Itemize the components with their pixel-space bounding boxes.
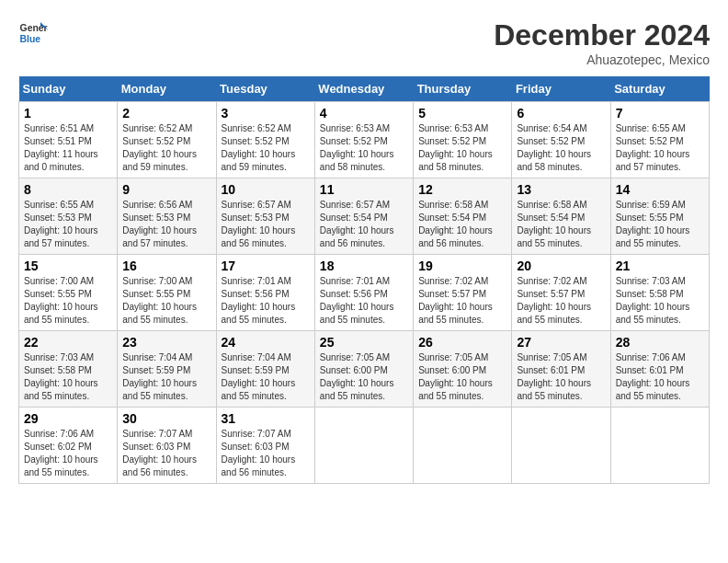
day-info: Sunrise: 6:58 AMSunset: 5:54 PMDaylight:… [517,200,591,248]
day-number: 10 [222,182,310,197]
day-info: Sunrise: 6:58 AMSunset: 5:54 PMDaylight:… [418,200,493,248]
col-saturday: Saturday [610,76,709,102]
day-number: 27 [517,335,605,350]
calendar-week-4: 22 Sunrise: 7:03 AMSunset: 5:58 PMDaylig… [19,331,710,408]
calendar-cell: 14 Sunrise: 6:59 AMSunset: 5:55 PMDaylig… [610,178,709,255]
day-info: Sunrise: 6:54 AMSunset: 5:52 PMDaylight:… [517,123,591,172]
calendar-cell: 3 Sunrise: 6:52 AMSunset: 5:52 PMDayligh… [216,102,314,178]
day-number: 19 [418,259,506,273]
col-monday: Monday [118,76,216,102]
day-info: Sunrise: 7:01 AMSunset: 5:56 PMDaylight:… [320,276,394,325]
calendar-cell: 23 Sunrise: 7:04 AMSunset: 5:59 PMDaylig… [118,331,216,408]
title-block: December 2024 Ahuazotepec, Mexico [494,18,710,67]
day-number: 21 [616,259,704,273]
day-info: Sunrise: 6:57 AMSunset: 5:54 PMDaylight:… [320,200,394,248]
day-info: Sunrise: 7:05 AMSunset: 6:00 PMDaylight:… [418,352,493,401]
day-info: Sunrise: 7:01 AMSunset: 5:56 PMDaylight:… [222,276,296,325]
calendar-cell: 31 Sunrise: 7:07 AMSunset: 6:03 PMDaylig… [216,408,314,484]
header-row: Sunday Monday Tuesday Wednesday Thursday… [19,76,710,102]
day-number: 28 [616,335,704,350]
location: Ahuazotepec, Mexico [494,52,710,67]
day-number: 30 [122,411,210,426]
col-friday: Friday [512,76,610,102]
calendar-cell: 11 Sunrise: 6:57 AMSunset: 5:54 PMDaylig… [314,178,413,255]
calendar-cell: 12 Sunrise: 6:58 AMSunset: 5:54 PMDaylig… [414,178,512,255]
calendar-cell: 27 Sunrise: 7:05 AMSunset: 6:01 PMDaylig… [512,331,610,408]
day-info: Sunrise: 6:52 AMSunset: 5:52 PMDaylight:… [222,123,296,172]
calendar-week-1: 1 Sunrise: 6:51 AMSunset: 5:51 PMDayligh… [19,102,710,178]
day-info: Sunrise: 7:05 AMSunset: 6:01 PMDaylight:… [517,352,591,401]
day-number: 18 [320,259,408,273]
svg-text:General: General [20,23,48,33]
calendar-cell: 9 Sunrise: 6:56 AMSunset: 5:53 PMDayligh… [118,178,216,255]
calendar-body: 1 Sunrise: 6:51 AMSunset: 5:51 PMDayligh… [19,102,710,484]
day-info: Sunrise: 7:04 AMSunset: 5:59 PMDaylight:… [222,352,296,401]
day-info: Sunrise: 7:04 AMSunset: 5:59 PMDaylight:… [122,352,197,401]
day-number: 2 [122,106,210,121]
calendar-cell: 10 Sunrise: 6:57 AMSunset: 5:53 PMDaylig… [216,178,314,255]
day-info: Sunrise: 7:06 AMSunset: 6:02 PMDaylight:… [24,429,98,477]
calendar-table: Sunday Monday Tuesday Wednesday Thursday… [18,76,710,484]
calendar-cell: 5 Sunrise: 6:53 AMSunset: 5:52 PMDayligh… [414,102,512,178]
day-number: 3 [222,106,310,121]
day-number: 1 [24,106,112,121]
day-number: 23 [122,335,210,350]
calendar-week-2: 8 Sunrise: 6:55 AMSunset: 5:53 PMDayligh… [19,178,710,255]
col-wednesday: Wednesday [314,76,413,102]
day-info: Sunrise: 7:02 AMSunset: 5:57 PMDaylight:… [418,276,493,325]
calendar-cell: 16 Sunrise: 7:00 AMSunset: 5:55 PMDaylig… [118,255,216,331]
calendar-cell: 2 Sunrise: 6:52 AMSunset: 5:52 PMDayligh… [118,102,216,178]
logo: General Blue [18,18,48,48]
day-info: Sunrise: 6:53 AMSunset: 5:52 PMDaylight:… [320,123,394,172]
calendar-cell: 28 Sunrise: 7:06 AMSunset: 6:01 PMDaylig… [610,331,709,408]
day-number: 29 [24,411,112,426]
day-number: 8 [24,182,112,197]
day-number: 22 [24,335,112,350]
day-number: 15 [24,259,112,273]
calendar-cell: 17 Sunrise: 7:01 AMSunset: 5:56 PMDaylig… [216,255,314,331]
calendar-cell: 8 Sunrise: 6:55 AMSunset: 5:53 PMDayligh… [19,178,118,255]
day-number: 16 [122,259,210,273]
day-info: Sunrise: 7:03 AMSunset: 5:58 PMDaylight:… [616,276,690,325]
month-title: December 2024 [494,18,710,52]
calendar-cell [610,408,709,484]
day-number: 11 [320,182,408,197]
calendar-week-5: 29 Sunrise: 7:06 AMSunset: 6:02 PMDaylig… [19,408,710,484]
logo-icon: General Blue [18,18,48,48]
day-number: 9 [122,182,210,197]
calendar-cell: 26 Sunrise: 7:05 AMSunset: 6:00 PMDaylig… [414,331,512,408]
day-info: Sunrise: 7:05 AMSunset: 6:00 PMDaylight:… [320,352,394,401]
calendar-cell: 15 Sunrise: 7:00 AMSunset: 5:55 PMDaylig… [19,255,118,331]
calendar-cell: 20 Sunrise: 7:02 AMSunset: 5:57 PMDaylig… [512,255,610,331]
calendar-week-3: 15 Sunrise: 7:00 AMSunset: 5:55 PMDaylig… [19,255,710,331]
day-info: Sunrise: 7:00 AMSunset: 5:55 PMDaylight:… [122,276,197,325]
calendar-cell: 1 Sunrise: 6:51 AMSunset: 5:51 PMDayligh… [19,102,118,178]
calendar-cell: 18 Sunrise: 7:01 AMSunset: 5:56 PMDaylig… [314,255,413,331]
day-info: Sunrise: 7:06 AMSunset: 6:01 PMDaylight:… [616,352,690,401]
day-number: 7 [616,106,704,121]
calendar-cell: 13 Sunrise: 6:58 AMSunset: 5:54 PMDaylig… [512,178,610,255]
col-sunday: Sunday [19,76,118,102]
col-thursday: Thursday [414,76,512,102]
calendar-cell: 25 Sunrise: 7:05 AMSunset: 6:00 PMDaylig… [314,331,413,408]
day-number: 17 [222,259,310,273]
svg-text:Blue: Blue [20,34,41,44]
day-info: Sunrise: 7:07 AMSunset: 6:03 PMDaylight:… [222,429,296,477]
day-info: Sunrise: 7:03 AMSunset: 5:58 PMDaylight:… [24,352,98,401]
calendar-cell: 6 Sunrise: 6:54 AMSunset: 5:52 PMDayligh… [512,102,610,178]
day-info: Sunrise: 6:55 AMSunset: 5:53 PMDaylight:… [24,200,98,248]
day-info: Sunrise: 6:56 AMSunset: 5:53 PMDaylight:… [122,200,197,248]
day-info: Sunrise: 6:51 AMSunset: 5:51 PMDaylight:… [24,123,98,172]
day-info: Sunrise: 7:07 AMSunset: 6:03 PMDaylight:… [122,429,197,477]
day-number: 13 [517,182,605,197]
calendar-cell: 22 Sunrise: 7:03 AMSunset: 5:58 PMDaylig… [19,331,118,408]
day-info: Sunrise: 6:59 AMSunset: 5:55 PMDaylight:… [616,200,690,248]
day-number: 24 [222,335,310,350]
calendar-cell: 19 Sunrise: 7:02 AMSunset: 5:57 PMDaylig… [414,255,512,331]
calendar-cell [414,408,512,484]
calendar-cell: 7 Sunrise: 6:55 AMSunset: 5:52 PMDayligh… [610,102,709,178]
day-number: 31 [222,411,310,426]
calendar-cell: 24 Sunrise: 7:04 AMSunset: 5:59 PMDaylig… [216,331,314,408]
day-number: 25 [320,335,408,350]
day-number: 6 [517,106,605,121]
